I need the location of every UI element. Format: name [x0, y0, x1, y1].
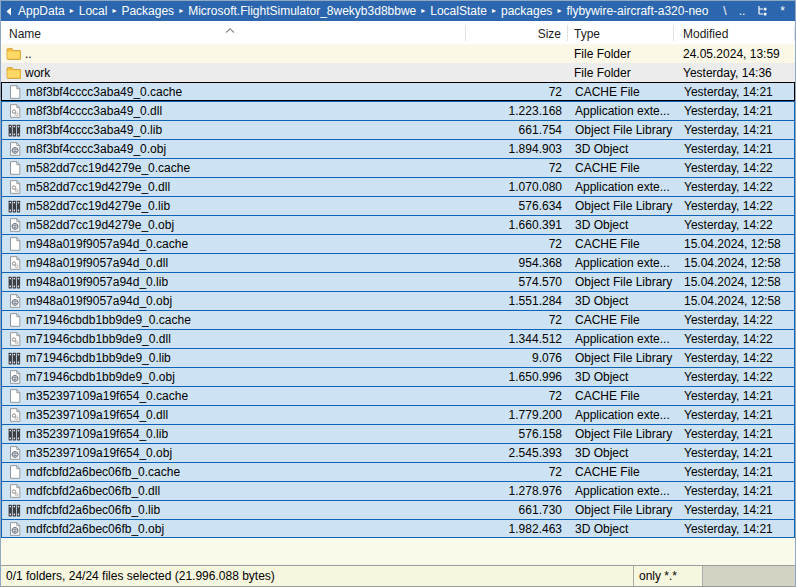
breadcrumb-item[interactable]: packages — [499, 4, 554, 18]
file-size: 72 — [467, 465, 569, 479]
obj-file-icon — [7, 446, 22, 460]
folder-row[interactable]: ..File Folder24.05.2024, 13:59 — [1, 44, 795, 63]
back-chevron-icon[interactable] — [5, 7, 13, 16]
file-size: 1.982.463 — [467, 522, 569, 536]
file-row[interactable]: mdfcbfd2a6bec06fb_0.obj1.982.4633D Objec… — [1, 519, 795, 538]
file-name: m352397109a19f654_0.cache — [26, 389, 188, 403]
file-row[interactable]: m71946cbdb1bb9de9_0.cache72CACHE FileYes… — [1, 310, 795, 329]
file-modified: 15.04.2024, 12:58 — [675, 275, 794, 289]
file-row[interactable]: m582dd7cc19d4279e_0.lib576.634Object Fil… — [1, 196, 795, 215]
folder-row[interactable]: workFile FolderYesterday, 14:36 — [1, 63, 795, 82]
file-row[interactable]: m948a019f9057a94d_0.dll954.368Applicatio… — [1, 253, 795, 272]
file-size: 1.551.284 — [467, 294, 569, 308]
file-name: m582dd7cc19d4279e_0.lib — [26, 199, 170, 213]
file-row[interactable]: m352397109a19f654_0.obj2.545.3933D Objec… — [1, 443, 795, 462]
name-cell: m8f3bf4cccc3aba49_0.cache — [2, 85, 467, 99]
breadcrumb-separator-icon: ▸ — [67, 7, 77, 15]
file-row[interactable]: m582dd7cc19d4279e_0.dll1.070.080Applicat… — [1, 177, 795, 196]
file-row[interactable]: m582dd7cc19d4279e_0.cache72CACHE FileYes… — [1, 158, 795, 177]
obj-file-icon — [7, 522, 22, 536]
file-row[interactable]: m8f3bf4cccc3aba49_0.lib661.754Object Fil… — [1, 120, 795, 139]
breadcrumb-item[interactable]: LocalState — [428, 4, 489, 18]
file-name: mdfcbfd2a6bec06fb_0.obj — [26, 522, 164, 536]
name-cell: m948a019f9057a94d_0.lib — [2, 275, 467, 289]
breadcrumb-item[interactable]: flybywire-aircraft-a320-neo — [564, 4, 710, 18]
column-header-modified[interactable]: Modified — [674, 21, 795, 44]
file-row[interactable]: m948a019f9057a94d_0.obj1.551.2843D Objec… — [1, 291, 795, 310]
file-row[interactable]: mdfcbfd2a6bec06fb_0.dll1.278.976Applicat… — [1, 481, 795, 500]
goto-parent-button[interactable]: .. — [739, 5, 746, 17]
file-name: mdfcbfd2a6bec06fb_0.cache — [26, 465, 180, 479]
breadcrumb-item[interactable]: AppData — [16, 4, 67, 18]
file-name: m8f3bf4cccc3aba49_0.lib — [26, 123, 162, 137]
favorites-button[interactable]: * — [780, 5, 785, 17]
file-type: 3D Object — [569, 370, 675, 384]
file-row[interactable]: m352397109a19f654_0.dll1.779.200Applicat… — [1, 405, 795, 424]
file-name: m948a019f9057a94d_0.obj — [26, 294, 172, 308]
file-row[interactable]: mdfcbfd2a6bec06fb_0.lib661.730Object Fil… — [1, 500, 795, 519]
file-size: 954.368 — [467, 256, 569, 270]
column-header-modified-label: Modified — [683, 27, 728, 41]
file-size: 1.223.168 — [467, 104, 569, 118]
file-size: 1.779.200 — [467, 408, 569, 422]
file-name: mdfcbfd2a6bec06fb_0.dll — [26, 484, 160, 498]
filter-label: only *.* — [639, 569, 677, 583]
dll-file-icon — [7, 332, 22, 346]
file-row[interactable]: mdfcbfd2a6bec06fb_0.cache72CACHE FileYes… — [1, 462, 795, 481]
folder-tree-icon[interactable] — [757, 5, 768, 18]
selection-summary-text: 0/1 folders, 24/24 files selected (21.99… — [6, 569, 275, 583]
file-modified: Yesterday, 14:21 — [675, 522, 794, 536]
file-name: m8f3bf4cccc3aba49_0.obj — [26, 142, 166, 156]
lib-file-icon — [7, 276, 22, 289]
file-size: 72 — [467, 85, 569, 99]
file-name: m352397109a19f654_0.dll — [26, 408, 168, 422]
file-row[interactable]: m352397109a19f654_0.lib576.158Object Fil… — [1, 424, 795, 443]
file-type: 3D Object — [569, 294, 675, 308]
file-modified: Yesterday, 14:21 — [675, 104, 794, 118]
file-row[interactable]: m8f3bf4cccc3aba49_0.cache72CACHE FileYes… — [1, 82, 795, 101]
file-type: CACHE File — [569, 465, 675, 479]
breadcrumb-item[interactable]: Local — [77, 4, 110, 18]
file-name: m582dd7cc19d4279e_0.cache — [26, 161, 190, 175]
file-type: File Folder — [568, 47, 674, 61]
file-row[interactable]: m582dd7cc19d4279e_0.obj1.660.3913D Objec… — [1, 215, 795, 234]
file-row[interactable]: m948a019f9057a94d_0.lib574.570Object Fil… — [1, 272, 795, 291]
column-header-size[interactable]: Size — [466, 21, 568, 44]
name-cell: m352397109a19f654_0.dll — [2, 408, 467, 422]
column-header-type-label: Type — [574, 27, 600, 41]
blank-file-icon — [7, 161, 22, 175]
file-size: 1.660.391 — [467, 218, 569, 232]
file-row[interactable]: m8f3bf4cccc3aba49_0.dll1.223.168Applicat… — [1, 101, 795, 120]
file-modified: Yesterday, 14:22 — [675, 332, 794, 346]
file-name: mdfcbfd2a6bec06fb_0.lib — [26, 503, 160, 517]
breadcrumb-item[interactable]: Packages — [119, 4, 176, 18]
file-row[interactable]: m352397109a19f654_0.cache72CACHE FileYes… — [1, 386, 795, 405]
breadcrumb-item[interactable]: Microsoft.FlightSimulator_8wekyb3d8bbwe — [186, 4, 418, 18]
file-row[interactable]: m71946cbdb1bb9de9_0.lib9.076Object File … — [1, 348, 795, 367]
breadcrumb-separator-icon: ▸ — [554, 7, 564, 15]
file-modified: Yesterday, 14:21 — [675, 465, 794, 479]
file-name: m582dd7cc19d4279e_0.obj — [26, 218, 174, 232]
file-type: Application exte... — [569, 408, 675, 422]
file-size: 72 — [467, 313, 569, 327]
file-name: m948a019f9057a94d_0.dll — [26, 256, 168, 270]
file-row[interactable]: m8f3bf4cccc3aba49_0.obj1.894.9033D Objec… — [1, 139, 795, 158]
file-row[interactable]: m71946cbdb1bb9de9_0.obj1.650.9963D Objec… — [1, 367, 795, 386]
breadcrumb-separator-icon: ▸ — [489, 7, 499, 15]
file-type: Object File Library — [569, 427, 675, 441]
name-cell: m71946cbdb1bb9de9_0.obj — [2, 370, 467, 384]
file-size: 661.730 — [467, 503, 569, 517]
file-modified: Yesterday, 14:21 — [675, 484, 794, 498]
column-header-type[interactable]: Type — [568, 21, 674, 44]
breadcrumb-separator-icon: ▸ — [710, 7, 713, 15]
filter-indicator[interactable]: only *.* — [634, 566, 703, 586]
file-modified: Yesterday, 14:21 — [675, 389, 794, 403]
file-row[interactable]: m71946cbdb1bb9de9_0.dll1.344.512Applicat… — [1, 329, 795, 348]
breadcrumb-path: AppData▸Local▸Packages▸Microsoft.FlightS… — [16, 4, 713, 18]
file-modified: Yesterday, 14:22 — [675, 351, 794, 365]
file-row[interactable]: m948a019f9057a94d_0.cache72CACHE File15.… — [1, 234, 795, 253]
status-bar: 0/1 folders, 24/24 files selected (21.99… — [1, 565, 795, 586]
file-name: work — [25, 66, 50, 80]
goto-root-button[interactable]: \ — [723, 5, 726, 17]
file-name: m71946cbdb1bb9de9_0.obj — [26, 370, 175, 384]
